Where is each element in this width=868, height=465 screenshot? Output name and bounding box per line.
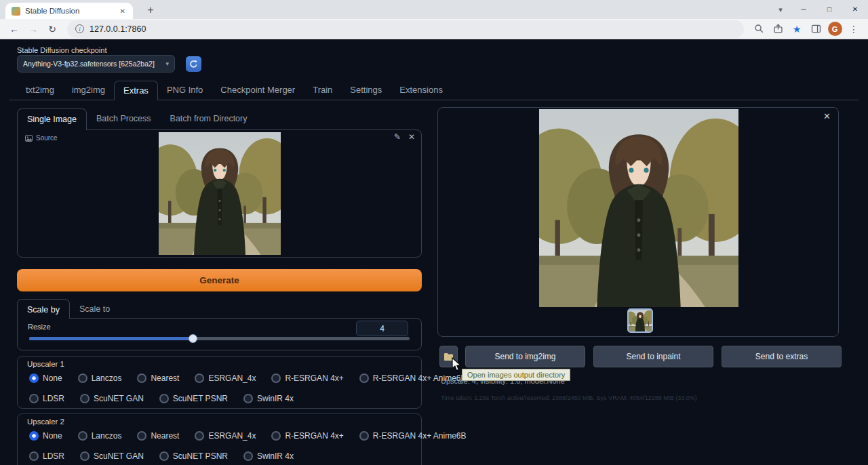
upscaler1-option-lanczos[interactable]: Lanczos <box>78 373 122 383</box>
tab-train[interactable]: Train <box>304 81 341 100</box>
performance-info-text: Time taken: 1.29s Torch active/reserved:… <box>441 395 840 401</box>
address-bar[interactable]: i 127.0.0.1:7860 <box>67 20 744 38</box>
tab-extensions[interactable]: Extensions <box>391 81 452 100</box>
screen: Stable Diffusion ✕ + ▾ ─ □ ✕ ← → ↻ i 127… <box>0 0 868 465</box>
upscaler2-option-r-esrgan-anime6b[interactable]: R-ESRGAN 4x+ Anime6B <box>359 431 467 441</box>
forward-icon[interactable]: → <box>24 20 42 38</box>
upscaler-2-row-1: None Lanczos Nearest ESRGAN_4x R-ESRGAN … <box>29 430 416 442</box>
slider-thumb[interactable] <box>189 334 197 343</box>
back-icon[interactable]: ← <box>5 20 23 38</box>
upscaler2-option-ldsr[interactable]: LDSR <box>29 451 64 461</box>
upscaler1-option-esrgan-4x[interactable]: ESRGAN_4x <box>195 373 256 383</box>
radio-icon <box>137 431 146 441</box>
radio-icon <box>78 373 87 383</box>
open-output-folder-button[interactable] <box>439 346 458 367</box>
radio-label: SwinIR 4x <box>257 394 294 403</box>
folder-icon <box>443 352 454 361</box>
upscaler2-option-esrgan-4x[interactable]: ESRGAN_4x <box>195 431 256 441</box>
tab-extras[interactable]: Extras <box>114 81 158 100</box>
radio-label: ESRGAN_4x <box>208 373 256 383</box>
browser-menu-icon[interactable]: ⋮ <box>845 20 863 38</box>
radio-label: Nearest <box>151 431 179 441</box>
clear-image-icon[interactable]: ✕ <box>408 132 415 142</box>
subtab-batch-process[interactable]: Batch Process <box>87 108 161 130</box>
checkpoint-label: Stable Diffusion checkpoint <box>17 46 107 54</box>
upscaler2-option-scunet-psnr[interactable]: ScuNET PSNR <box>159 451 228 461</box>
radio-icon <box>243 394 253 403</box>
radio-icon <box>29 394 39 403</box>
radio-label: R-ESRGAN 4x+ <box>285 373 343 383</box>
upscaler1-option-scunet-psnr[interactable]: ScuNET PSNR <box>159 394 228 403</box>
upscaler1-option-scunet-gan[interactable]: ScuNET GAN <box>80 394 144 403</box>
tab-checkpoint-merger[interactable]: Checkpoint Merger <box>212 81 304 100</box>
radio-selected-icon <box>29 431 39 441</box>
zoom-icon[interactable] <box>750 20 768 38</box>
upscaler-1-group: Upscaler 1 None Lanczos Nearest ESRGAN_4… <box>17 356 422 409</box>
site-info-icon[interactable]: i <box>75 24 84 33</box>
radio-icon <box>195 431 204 441</box>
window-maximize-button[interactable]: □ <box>816 0 842 19</box>
gallery-thumbnail-selected[interactable] <box>627 308 653 333</box>
radio-icon <box>80 451 90 461</box>
upscaler1-option-none[interactable]: None <box>29 373 62 383</box>
resize-slider[interactable] <box>29 337 410 340</box>
reload-icon[interactable]: ↻ <box>43 20 61 38</box>
radio-label: None <box>43 431 62 441</box>
tab-img2img[interactable]: img2img <box>63 81 114 100</box>
checkpoint-dropdown[interactable]: Anything-V3-fp32.safetensors [625a2ba2] … <box>17 55 175 73</box>
tab-close-icon[interactable]: ✕ <box>119 7 127 15</box>
upscaler1-option-swinir-4x[interactable]: SwinIR 4x <box>243 394 294 403</box>
radio-label: R-ESRGAN 4x+ Anime6B <box>373 431 467 441</box>
upscaler2-option-swinir-4x[interactable]: SwinIR 4x <box>243 451 294 461</box>
upscaler2-option-nearest[interactable]: Nearest <box>137 431 179 441</box>
subtab-batch-from-directory[interactable]: Batch from Directory <box>161 108 257 130</box>
window-close-button[interactable]: ✕ <box>842 0 868 19</box>
browser-tab[interactable]: Stable Diffusion ✕ <box>5 3 133 19</box>
tab-png-info[interactable]: PNG Info <box>158 81 212 100</box>
checkpoint-value: Anything-V3-fp32.safetensors [625a2ba2] <box>23 60 155 68</box>
send-to-extras-button[interactable]: Send to extras <box>722 346 842 367</box>
generate-button[interactable]: Generate <box>17 269 422 291</box>
upscaler1-option-ldsr[interactable]: LDSR <box>29 394 64 403</box>
tab-search-chevron-icon[interactable]: ▾ <box>770 5 791 14</box>
window-controls: ▾ ─ □ ✕ <box>770 0 868 19</box>
folder-button-tooltip: Open images output directory <box>462 369 570 381</box>
gallery-close-icon[interactable]: ✕ <box>823 111 831 121</box>
radio-icon <box>243 451 253 461</box>
resize-number-input[interactable]: 4 <box>356 321 408 336</box>
browser-toolbar: ← → ↻ i 127.0.0.1:7860 ★ G ⋮ <box>0 19 868 39</box>
upscaler-1-row-2: LDSR ScuNET GAN ScuNET PSNR SwinIR 4x <box>29 392 416 405</box>
share-icon[interactable] <box>769 20 787 38</box>
scale-tab-bar: Scale by Scale to <box>17 299 119 319</box>
radio-icon <box>271 373 281 383</box>
radio-icon <box>137 373 146 383</box>
upscaler2-option-lanczos[interactable]: Lanczos <box>78 431 122 441</box>
tab-scale-to[interactable]: Scale to <box>70 299 119 319</box>
send-to-inpaint-button[interactable]: Send to inpaint <box>593 346 713 367</box>
source-image-dropzone[interactable]: Source ✎ ✕ <box>17 129 422 258</box>
favicon-icon <box>12 7 20 16</box>
upscaler2-option-none[interactable]: None <box>29 431 62 441</box>
radio-label: ScuNET PSNR <box>173 451 228 461</box>
source-label: Source <box>36 134 58 142</box>
radio-label: ScuNET PSNR <box>173 394 228 403</box>
tab-txt2img[interactable]: txt2img <box>17 81 63 100</box>
new-tab-button[interactable]: + <box>142 3 159 18</box>
send-to-img2img-button[interactable]: Send to img2img <box>465 346 585 367</box>
tab-scale-by[interactable]: Scale by <box>17 299 70 319</box>
profile-avatar[interactable]: G <box>826 20 844 38</box>
bookmark-star-icon[interactable]: ★ <box>788 20 806 38</box>
upscaler1-option-nearest[interactable]: Nearest <box>137 373 179 383</box>
window-minimize-button[interactable]: ─ <box>791 0 816 19</box>
upscaler2-option-r-esrgan-4x[interactable]: R-ESRGAN 4x+ <box>271 431 343 441</box>
subtab-single-image[interactable]: Single Image <box>17 108 87 130</box>
upscaler1-option-r-esrgan-4x[interactable]: R-ESRGAN 4x+ <box>271 373 343 383</box>
edit-image-icon[interactable]: ✎ <box>394 132 401 142</box>
refresh-icon <box>189 60 198 68</box>
tab-settings[interactable]: Settings <box>341 81 391 100</box>
result-image[interactable] <box>539 109 738 307</box>
refresh-checkpoints-button[interactable] <box>186 56 201 72</box>
side-panel-icon[interactable] <box>807 20 825 38</box>
upscaler2-option-scunet-gan[interactable]: ScuNET GAN <box>80 451 144 461</box>
source-image[interactable] <box>159 132 281 255</box>
